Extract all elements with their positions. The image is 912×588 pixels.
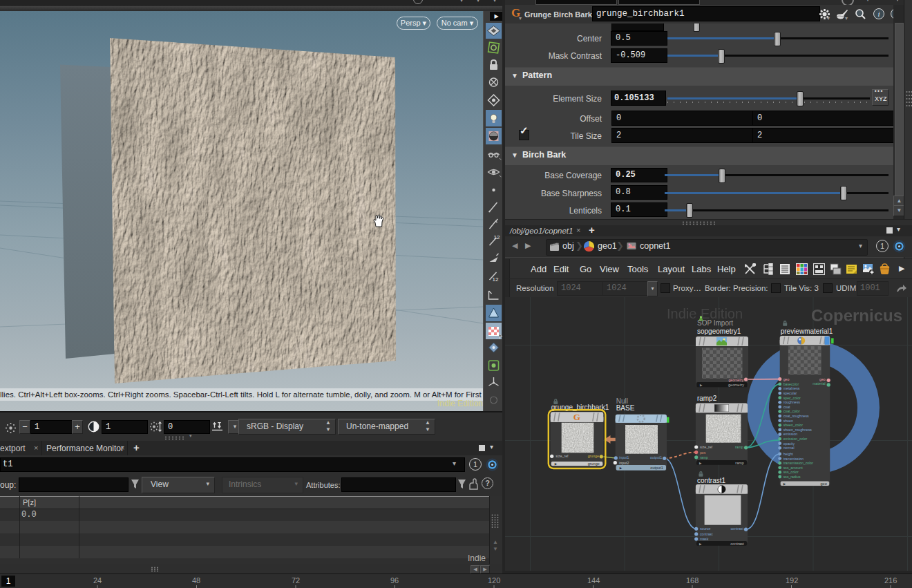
svg-text:sheen_color: sheen_color xyxy=(783,423,804,427)
svg-text:output1: output1 xyxy=(650,455,662,459)
svg-text:transmission_color: transmission_color xyxy=(783,461,814,465)
svg-text:source: source xyxy=(700,527,711,531)
svg-text:▶: ▶ xyxy=(620,466,623,470)
svg-text:coat_roughness: coat_roughness xyxy=(783,414,809,418)
svg-text:basecolor: basecolor xyxy=(783,382,799,386)
svg-text:sheen_roughness: sheen_roughness xyxy=(783,428,813,432)
svg-text:G: G xyxy=(573,412,580,422)
svg-text:sheen: sheen xyxy=(783,419,793,423)
svg-text:SOP Import: SOP Import xyxy=(697,319,733,327)
svg-text:▶: ▶ xyxy=(699,462,702,465)
svg-text:opacity: opacity xyxy=(783,442,795,446)
svg-text:roughness: roughness xyxy=(783,400,801,404)
svg-text:normal: normal xyxy=(783,446,795,450)
svg-text:sss_radius: sss_radius xyxy=(783,475,801,479)
svg-text:ramp: ramp xyxy=(735,461,744,465)
svg-text:mask: mask xyxy=(700,537,709,541)
svg-text:BASE: BASE xyxy=(616,404,635,412)
svg-text:12: 12 xyxy=(493,276,499,283)
svg-text:spec_color: spec_color xyxy=(783,396,801,400)
svg-text:sopgeometry1: sopgeometry1 xyxy=(697,328,741,335)
svg-text:grunge: grunge xyxy=(588,455,599,459)
svg-text:size_ref: size_ref xyxy=(700,445,713,449)
svg-text:contrast1: contrast1 xyxy=(697,477,726,484)
svg-text:ramp: ramp xyxy=(735,445,743,449)
svg-text:Copernicus: Copernicus xyxy=(811,306,902,325)
svg-text:grunge: grunge xyxy=(588,462,600,466)
svg-text:specular: specular xyxy=(783,391,797,395)
svg-text:geo: geo xyxy=(821,482,827,486)
svg-text:material: material xyxy=(813,382,825,386)
svg-text:geo: geo xyxy=(819,377,826,381)
svg-text:12: 12 xyxy=(494,234,500,240)
svg-text:input2: input2 xyxy=(619,461,629,465)
svg-text:size_ref: size_ref xyxy=(555,455,569,459)
svg-text:contrast: contrast xyxy=(700,532,713,536)
svg-text:ramp: ramp xyxy=(700,455,708,459)
svg-text:output1: output1 xyxy=(650,466,663,470)
svg-text:previewmaterial1: previewmaterial1 xyxy=(781,328,833,335)
svg-text:geometry: geometry xyxy=(728,378,743,382)
svg-text:emission: emission xyxy=(783,433,798,437)
svg-text:▶: ▶ xyxy=(555,462,558,466)
svg-text:height: height xyxy=(783,452,794,456)
svg-text:contrast: contrast xyxy=(730,542,744,546)
svg-text:▶: ▶ xyxy=(700,383,703,387)
svg-text:sss_color: sss_color xyxy=(783,470,799,474)
svg-text:transmission: transmission xyxy=(783,457,804,461)
svg-text:sss_amount: sss_amount xyxy=(783,466,804,470)
svg-text:▶: ▶ xyxy=(783,482,786,486)
svg-text:geo: geo xyxy=(783,377,790,381)
svg-text:pos: pos xyxy=(700,451,706,455)
svg-text:ramp2: ramp2 xyxy=(697,395,717,402)
svg-text:geometry: geometry xyxy=(728,383,744,387)
svg-text:contrast: contrast xyxy=(730,527,743,531)
svg-text:coat: coat xyxy=(783,405,790,409)
svg-text:metalness: metalness xyxy=(783,387,800,391)
svg-text:emission_color: emission_color xyxy=(783,437,808,441)
svg-text:coat_color: coat_color xyxy=(783,410,800,414)
svg-text:▶: ▶ xyxy=(699,542,702,546)
svg-text:input1: input1 xyxy=(619,455,629,459)
